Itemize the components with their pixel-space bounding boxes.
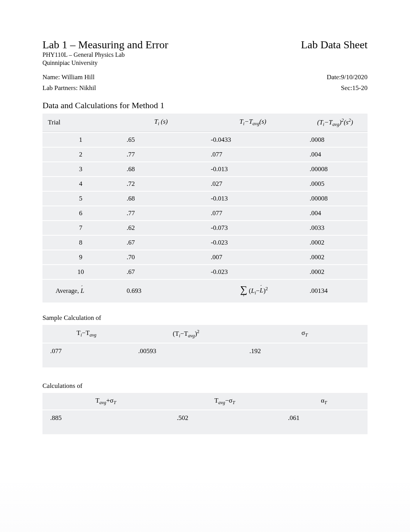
cell-sq: .00008 <box>303 162 368 176</box>
section-field: Sec:15-20 <box>341 84 368 92</box>
date-value: 9/10/2020 <box>341 73 368 81</box>
table-row: 6.77.077.004 <box>42 206 368 220</box>
cell-sq: .00008 <box>303 192 368 206</box>
sample-table: Ti−Tavg (Ti−Tavg)2 σT .077 .00593 .192 <box>42 324 368 368</box>
calc-h3: αT <box>280 393 368 410</box>
cell-sq: .0033 <box>303 221 368 235</box>
partners-row: Lab Partners: Nikhil Sec:15-20 <box>42 84 368 92</box>
cell-sq: .0005 <box>303 177 368 191</box>
cell-diff: -0.013 <box>203 162 303 176</box>
table-row: 7.62-0.073.0033 <box>42 221 368 235</box>
partners-label: Lab Partners: <box>42 84 79 92</box>
cell-trial: 9 <box>42 250 119 264</box>
cell-trial: 6 <box>42 206 119 220</box>
cell-trial: 10 <box>42 265 119 279</box>
cell-ti: .62 <box>119 221 203 235</box>
header-ti: Ti (s) <box>119 114 203 132</box>
cell-diff: -0.013 <box>203 192 303 206</box>
cell-ti: .77 <box>119 148 203 161</box>
cell-trial: 4 <box>42 177 119 191</box>
cell-diff: .077 <box>203 148 303 161</box>
name-field: Name: William Hill <box>42 73 95 81</box>
cell-trial: 8 <box>42 236 119 250</box>
sample-v3: .192 <box>242 343 368 367</box>
cell-ti: .70 <box>119 250 203 264</box>
table-row: 5.68-0.013.00008 <box>42 192 368 206</box>
cell-ti: .65 <box>119 133 203 147</box>
data-table-wrap: Trial Ti (s) Ti−Tavg(s) (Ti−Tavg)2(s2) 1… <box>42 113 368 303</box>
cell-ti: .67 <box>119 236 203 250</box>
calc-header-row: Tavg+σT Tavg−σT αT <box>42 393 368 410</box>
cell-sq: .0002 <box>303 250 368 264</box>
calc-v3: .061 <box>280 410 368 434</box>
cell-trial: 3 <box>42 162 119 176</box>
table-row: 9.70.007.0002 <box>42 250 368 264</box>
table-row: 10.67-0.023.0002 <box>42 265 368 279</box>
date-label: Date: <box>327 73 341 81</box>
cell-sq: .0002 <box>303 236 368 250</box>
cell-sq: .004 <box>303 206 368 220</box>
calc-v2: .502 <box>169 410 280 434</box>
cell-diff: -0.023 <box>203 236 303 250</box>
sample-heading: Sample Calculation of <box>42 314 368 322</box>
table-row: 2.77.077.004 <box>42 148 368 161</box>
table-row: 8.67-0.023.0002 <box>42 236 368 250</box>
cell-diff: .077 <box>203 206 303 220</box>
calc-h1: Tavg+σT <box>42 393 169 410</box>
sample-h1: Ti−Tavg <box>42 325 130 343</box>
average-row: Average, L0.693∑i(Li−L)2.00134 <box>42 280 368 303</box>
cell-trial: 1 <box>42 133 119 147</box>
data-table: Trial Ti (s) Ti−Tavg(s) (Ti−Tavg)2(s2) 1… <box>42 113 368 303</box>
table-row: 1.65-0.0433.0008 <box>42 133 368 147</box>
partners-value: Nikhil <box>79 84 96 92</box>
name-row: Name: William Hill Date:9/10/2020 <box>42 73 368 81</box>
calc-h2: Tavg−σT <box>169 393 280 410</box>
sample-v2: .00593 <box>130 343 242 367</box>
course-line: PHY110L – General Physics Lab <box>42 51 368 59</box>
avg-label: Average, L <box>42 280 119 303</box>
avg-sum-expr: ∑i(Li−L)2 <box>203 280 303 303</box>
sample-h3: σT <box>242 325 368 343</box>
cell-ti: .68 <box>119 192 203 206</box>
cell-sq: .0008 <box>303 133 368 147</box>
sigma-icon: ∑i <box>240 285 247 297</box>
section-value: 15-20 <box>352 84 368 92</box>
document-page: Lab 1 – Measuring and Error Lab Data She… <box>0 0 410 532</box>
cell-ti: .72 <box>119 177 203 191</box>
cell-sq: .0002 <box>303 265 368 279</box>
cell-trial: 7 <box>42 221 119 235</box>
data-tbody: 1.65-0.0433.00082.77.077.0043.68-0.013.0… <box>42 133 368 303</box>
cell-sq: .004 <box>303 148 368 161</box>
header-sq: (Ti−Tavg)2(s2) <box>303 114 368 132</box>
calc-heading: Calculations of <box>42 382 368 390</box>
section-label: Sec: <box>341 84 352 92</box>
cell-ti: .77 <box>119 206 203 220</box>
calc-row: .885 .502 .061 <box>42 410 368 434</box>
name-value: William Hill <box>61 73 95 81</box>
cell-diff: -0.0433 <box>203 133 303 147</box>
cell-diff: -0.073 <box>203 221 303 235</box>
cell-trial: 2 <box>42 148 119 161</box>
header-trial: Trial <box>42 114 119 132</box>
sample-h2: (Ti−Tavg)2 <box>130 325 242 343</box>
calc-table: Tavg+σT Tavg−σT αT .885 .502 .061 <box>42 392 368 435</box>
header-diff: Ti−Tavg(s) <box>203 114 303 132</box>
date-field: Date:9/10/2020 <box>327 73 368 81</box>
title-bar: Lab 1 – Measuring and Error Lab Data She… <box>42 39 368 51</box>
cell-diff: .027 <box>203 177 303 191</box>
cell-diff: -0.023 <box>203 265 303 279</box>
name-label: Name: <box>42 73 61 81</box>
avg-ti: 0.693 <box>119 280 203 303</box>
table-row: 3.68-0.013.00008 <box>42 162 368 176</box>
bottom-fade-overlay <box>0 474 410 532</box>
cell-trial: 5 <box>42 192 119 206</box>
avg-sq: .00134 <box>303 280 368 303</box>
table-row: 4.72.027.0005 <box>42 177 368 191</box>
sample-header-row: Ti−Tavg (Ti−Tavg)2 σT <box>42 325 368 343</box>
cell-ti: .67 <box>119 265 203 279</box>
university-line: Quinnipiac University <box>42 59 368 67</box>
partners-field: Lab Partners: Nikhil <box>42 84 96 92</box>
header-row: Trial Ti (s) Ti−Tavg(s) (Ti−Tavg)2(s2) <box>42 114 368 132</box>
calc-v1: .885 <box>42 410 169 434</box>
sample-row: .077 .00593 .192 <box>42 343 368 367</box>
